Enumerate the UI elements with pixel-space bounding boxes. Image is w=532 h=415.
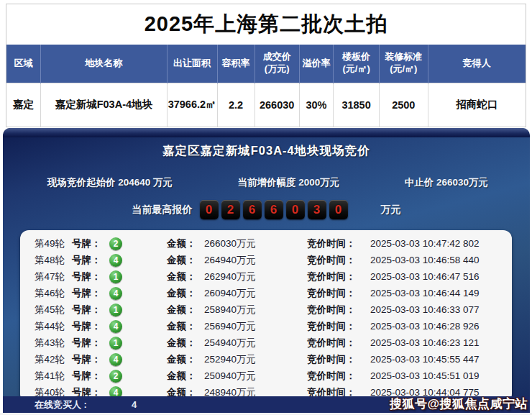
bid-amount: 258940万元	[204, 304, 307, 316]
cell-area: 37966.2㎡	[167, 83, 217, 127]
highest-bid-label: 当前最高报价	[132, 204, 193, 216]
cell-decoration-standard: 2500	[379, 83, 428, 127]
cell-plot-ratio: 2.2	[217, 83, 254, 127]
list-item: 第47轮 号牌： 1 金额： 262940万元 竞价时间： 2025-03-03…	[20, 268, 512, 285]
bid-amount: 250940万元	[204, 370, 307, 383]
paddle-label: 号牌：	[72, 370, 109, 383]
amount-label: 金额：	[167, 353, 204, 366]
bid-time: 2025-03-03 10:45:51 019	[370, 370, 512, 381]
bid-time: 2025-03-03 10:46:33 077	[370, 304, 512, 315]
bid-digit: 0	[286, 200, 305, 219]
time-label: 竞价时间：	[307, 320, 370, 333]
bid-digit: 0	[200, 200, 219, 219]
bid-time: 2025-03-03 10:46:47 516	[370, 271, 512, 282]
col-region: 区域	[6, 45, 41, 83]
watermark: 搜狐号@搜狐焦点咸宁站	[390, 396, 528, 412]
bid-amount: 262940万元	[204, 270, 307, 283]
paddle-number-badge: 2	[109, 370, 122, 383]
paddle-label: 号牌：	[72, 270, 109, 283]
list-item: 第49轮 号牌： 2 金额： 266030万元 竞价时间： 2025-03-03…	[20, 235, 512, 252]
increment-step: 当前增价幅度 2000万元	[237, 176, 339, 189]
panel-gloss-bar	[3, 128, 530, 137]
bid-amount: 266030万元	[204, 237, 307, 250]
time-label: 竞价时间：	[307, 370, 370, 383]
page-title: 2025年上海第二批次土拍	[145, 10, 388, 39]
live-bidding-panel: 嘉定区嘉定新城F03A-4地块现场竞价 现场竞价起始价 204640 万元 当前…	[3, 128, 530, 413]
list-item: 第48轮 号牌： 4 金额： 264940万元 竞价时间： 2025-03-03…	[20, 252, 512, 268]
list-item: 第44轮 号牌： 4 金额： 256940万元 竞价时间： 2025-03-03…	[20, 318, 512, 334]
bid-amount: 254940万元	[204, 337, 307, 350]
highest-bid-unit: 万元	[381, 204, 401, 216]
round-number: 第44轮	[35, 320, 72, 333]
stop-price: 中止价 266030万元	[405, 176, 488, 189]
paddle-label: 号牌：	[72, 237, 109, 250]
amount-label: 金额：	[167, 337, 204, 350]
bid-digit: 6	[243, 200, 262, 219]
col-plot-ratio: 容积率	[217, 45, 254, 83]
table-row: 嘉定 嘉定新城F03A-4地块 37966.2㎡ 2.2 266030 30% …	[6, 83, 526, 127]
table-header-row: 区域 地块名称 出让面积 容积率 成交价 (万元) 溢价率 楼板价 (元/㎡) …	[6, 45, 526, 83]
cell-winner: 招商蛇口	[428, 83, 526, 127]
col-deal-price: 成交价 (万元)	[254, 45, 299, 83]
round-number: 第43轮	[35, 337, 72, 350]
highest-bid-row: 当前最高报价 0 2 6 6 0 3 0 万元	[3, 200, 530, 219]
badge-cell: 1	[109, 304, 138, 316]
col-winner: 竞得人	[428, 45, 526, 83]
cell-premium-rate: 30%	[299, 83, 334, 127]
start-price: 现场竞价起始价 204640 万元	[47, 176, 173, 189]
amount-label: 金额：	[167, 270, 204, 283]
online-bidders-label: 在线竞买人 :	[35, 398, 87, 411]
time-label: 竞价时间：	[307, 237, 370, 250]
paddle-number-badge: 4	[109, 254, 122, 267]
paddle-number-badge: 4	[109, 353, 122, 366]
list-item: 第46轮 号牌： 4 金额： 260940万元 竞价时间： 2025-03-03…	[20, 285, 512, 301]
time-label: 竞价时间：	[307, 254, 370, 267]
auction-title: 嘉定区嘉定新城F03A-4地块现场竞价	[3, 143, 530, 159]
col-decoration-standard: 装修标准 (元/㎡)	[379, 45, 428, 83]
amount-label: 金额：	[167, 287, 204, 300]
amount-label: 金额：	[167, 320, 204, 333]
round-number: 第45轮	[35, 304, 72, 316]
paddle-label: 号牌：	[72, 353, 109, 366]
paddle-number-badge: 1	[109, 270, 122, 283]
paddle-number-badge: 4	[109, 320, 122, 333]
cell-deal-price: 266030	[254, 83, 299, 127]
round-number: 第47轮	[35, 270, 72, 283]
bid-time: 2025-03-03 10:46:44 149	[370, 288, 512, 298]
cell-floor-price: 31850	[334, 83, 380, 127]
badge-cell: 4	[109, 320, 138, 333]
list-item: 第43轮 号牌： 1 金额： 254940万元 竞价时间： 2025-03-03…	[20, 334, 512, 351]
badge-cell: 4	[109, 254, 138, 267]
amount-label: 金额：	[167, 304, 204, 316]
paddle-number-badge: 1	[109, 337, 122, 350]
paddle-number-badge: 4	[109, 287, 122, 300]
badge-cell: 2	[109, 370, 138, 383]
list-item: 第45轮 号牌： 1 金额： 258940万元 竞价时间： 2025-03-03…	[20, 301, 512, 318]
paddle-label: 号牌：	[72, 254, 109, 267]
cell-plot-name: 嘉定新城F03A-4地块	[41, 83, 167, 127]
paddle-number-badge: 1	[109, 304, 122, 316]
time-label: 竞价时间：	[307, 270, 370, 283]
summary-section: 2025年上海第二批次土拍 区域 地块名称 出让面积 容积率 成交价 (万元) …	[6, 4, 526, 127]
badge-cell: 2	[109, 237, 138, 250]
bid-amount: 256940万元	[204, 320, 307, 333]
round-number: 第46轮	[35, 287, 72, 300]
auction-price-info: 现场竞价起始价 204640 万元 当前增价幅度 2000万元 中止价 2660…	[3, 176, 530, 189]
bid-digit: 3	[308, 200, 326, 219]
cell-region: 嘉定	[6, 83, 41, 127]
round-number: 第48轮	[35, 254, 72, 267]
col-premium-rate: 溢价率	[299, 45, 334, 83]
paddle-number-badge: 2	[109, 237, 122, 250]
bid-rounds-list: 第49轮 号牌： 2 金额： 266030万元 竞价时间： 2025-03-03…	[20, 230, 512, 403]
bid-amount: 260940万元	[204, 287, 307, 300]
list-item: 第41轮 号牌： 2 金额： 250940万元 竞价时间： 2025-03-03…	[20, 368, 512, 384]
paddle-label: 号牌：	[72, 304, 109, 316]
round-number: 第41轮	[35, 370, 72, 383]
land-summary-table: 区域 地块名称 出让面积 容积率 成交价 (万元) 溢价率 楼板价 (元/㎡) …	[6, 45, 526, 127]
bid-time: 2025-03-03 10:46:23 121	[370, 337, 512, 348]
paddle-label: 号牌：	[72, 337, 109, 350]
round-number: 第49轮	[35, 237, 72, 250]
bid-time: 2025-03-03 10:47:42 802	[370, 238, 512, 249]
badge-cell: 4	[109, 287, 138, 300]
list-item: 第42轮 号牌： 4 金额： 252940万元 竞价时间： 2025-03-03…	[20, 351, 512, 368]
